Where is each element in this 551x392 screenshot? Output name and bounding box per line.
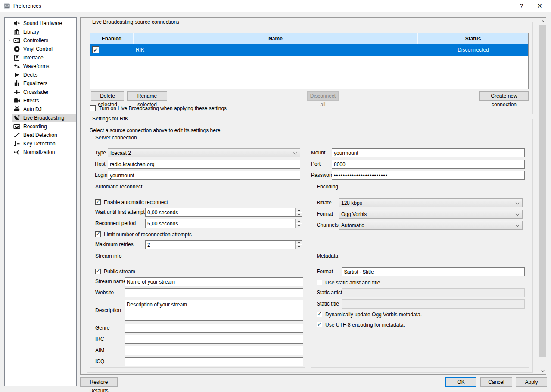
checkbox-box[interactable] xyxy=(317,280,322,285)
spin-up-icon[interactable] xyxy=(296,241,302,244)
scroll-down-icon[interactable] xyxy=(539,367,546,374)
crossfader-icon xyxy=(13,89,20,96)
sidebar-item-library[interactable]: Library xyxy=(5,28,76,36)
row-status-cell[interactable]: Disconnected xyxy=(418,44,528,56)
apply-button[interactable]: Apply xyxy=(516,377,547,387)
stream-name-label: Stream name xyxy=(95,277,126,286)
group-title: Stream info xyxy=(93,253,123,259)
enable-automatic-reconnect-checkbox[interactable]: Enable automatic reconnect xyxy=(95,199,168,205)
auto-dj-icon xyxy=(13,106,20,113)
limit-reconnection-attempts-checkbox[interactable]: Limit number of reconnection attempts xyxy=(95,231,192,238)
delete-selected-button[interactable]: Delete selected xyxy=(91,91,124,101)
connection-row[interactable]: RfKDisconnected xyxy=(90,44,528,56)
genre-input[interactable] xyxy=(125,324,303,333)
static-artist-label: Static artist xyxy=(317,288,342,297)
header-name[interactable]: Name xyxy=(134,33,418,44)
sidebar-item-sound-hardware[interactable]: Sound Hardware xyxy=(5,19,76,28)
spin-up-icon[interactable] xyxy=(296,208,302,212)
sidebar-item-auto-dj[interactable]: Auto DJ xyxy=(5,105,76,114)
checkbox-box[interactable] xyxy=(95,231,101,237)
ok-button[interactable]: OK xyxy=(445,377,476,387)
row-name-cell[interactable]: RfK xyxy=(134,44,418,56)
use-static-artist-title-checkbox[interactable]: Use static artist and title. xyxy=(317,279,382,286)
sidebar-item-key-detection[interactable]: Key Detection xyxy=(5,139,76,148)
login-input[interactable] xyxy=(108,171,300,180)
branch-spacer xyxy=(5,79,12,88)
reconnect-period-spinbox[interactable] xyxy=(145,219,302,228)
group-title: Server connection xyxy=(93,135,139,141)
cancel-button[interactable]: Cancel xyxy=(480,377,512,387)
spin-down-icon[interactable] xyxy=(296,213,302,216)
utf8-metadata-checkbox[interactable]: Use UTF-8 encoding for metadata. xyxy=(317,321,405,328)
static-artist-input xyxy=(342,288,525,297)
sidebar-item-live-broadcasting[interactable]: Live Broadcasting xyxy=(5,114,76,122)
sidebar-item-beat-detection[interactable]: Beat Detection xyxy=(5,131,76,139)
spin-up-icon[interactable] xyxy=(296,219,302,223)
group-title: Settings for RfK xyxy=(90,116,130,122)
create-new-connection-button[interactable]: Create new connection xyxy=(479,91,529,101)
sidebar-item-label: Effects xyxy=(23,98,39,104)
header-enabled[interactable]: Enabled xyxy=(90,33,134,44)
public-stream-checkbox[interactable]: Public stream xyxy=(95,268,135,275)
format-combobox[interactable]: Ogg Vorbis xyxy=(339,210,523,219)
checkbox-box[interactable] xyxy=(90,105,96,111)
sidebar-item-effects[interactable]: Effects xyxy=(5,96,76,105)
expand-chevron-icon[interactable] xyxy=(5,36,12,45)
sidebar-item-label: Recording xyxy=(23,123,47,130)
checkbox-box[interactable] xyxy=(95,199,101,205)
rename-selected-button[interactable]: Rename selected xyxy=(127,91,167,101)
spin-input[interactable] xyxy=(146,208,295,216)
spin-down-icon[interactable] xyxy=(296,224,302,228)
sidebar-item-label: Interface xyxy=(23,55,44,61)
scrollbar-thumb[interactable] xyxy=(539,25,546,357)
checkbox-box[interactable] xyxy=(317,312,322,317)
sidebar-item-decks[interactable]: Decks xyxy=(5,71,76,79)
help-button[interactable]: ? xyxy=(512,0,531,12)
chevron-down-icon xyxy=(516,201,519,204)
branch-spacer xyxy=(5,148,12,157)
stream-name-input[interactable] xyxy=(125,277,303,286)
sidebar-item-recording[interactable]: Recording xyxy=(5,122,76,131)
sidebar-item-normalization[interactable]: Normalization xyxy=(5,148,76,157)
wait-first-attempt-spinbox[interactable] xyxy=(145,208,302,217)
spin-input[interactable] xyxy=(146,241,295,249)
sidebar-item-vinyl-control[interactable]: Vinyl Control xyxy=(5,45,76,53)
icq-input[interactable] xyxy=(125,357,303,366)
recording-icon xyxy=(13,123,20,130)
chevron-down-icon xyxy=(516,223,519,227)
sidebar-item-waveforms[interactable]: Waveforms xyxy=(5,62,76,71)
host-input[interactable] xyxy=(108,160,300,169)
restore-defaults-button[interactable]: Restore Defaults xyxy=(80,377,118,387)
maximum-retries-spinbox[interactable] xyxy=(145,240,302,249)
sidebar-item-equalizers[interactable]: Equalizers xyxy=(5,79,76,88)
sidebar-item-controllers[interactable]: Controllers xyxy=(5,36,76,45)
row-enabled-checkbox[interactable] xyxy=(92,46,99,53)
turn-on-broadcasting-checkbox[interactable]: Turn on Live Broadcasting when applying … xyxy=(90,105,227,111)
header-status[interactable]: Status xyxy=(418,33,528,44)
close-button[interactable]: ✕ xyxy=(530,0,549,12)
aim-input[interactable] xyxy=(125,346,303,355)
vertical-scrollbar[interactable] xyxy=(539,18,546,374)
sidebar-item-interface[interactable]: Interface xyxy=(5,53,76,62)
website-input[interactable] xyxy=(125,288,303,297)
chevron-down-icon xyxy=(293,151,297,154)
port-input[interactable] xyxy=(332,160,525,169)
checkbox-box[interactable] xyxy=(95,269,101,274)
type-combobox[interactable]: Icecast 2 xyxy=(108,148,300,157)
password-input[interactable] xyxy=(332,171,525,180)
spin-input[interactable] xyxy=(146,219,295,228)
spin-down-icon[interactable] xyxy=(296,245,302,249)
sidebar-item-crossfader[interactable]: Crossfader xyxy=(5,88,76,96)
scroll-up-icon[interactable] xyxy=(539,18,546,25)
sidebar-item-label: Vinyl Control xyxy=(23,46,53,52)
branch-spacer xyxy=(5,114,12,122)
metadata-format-input[interactable] xyxy=(342,267,525,276)
row-enabled-cell[interactable] xyxy=(90,44,134,56)
irc-input[interactable] xyxy=(125,335,303,344)
description-textarea[interactable]: Description of your stream xyxy=(125,300,303,321)
dynamic-ogg-metadata-checkbox[interactable]: Dynamically update Ogg Vorbis metadata. xyxy=(317,311,422,318)
bitrate-combobox[interactable]: 128 kbps xyxy=(339,198,523,207)
mount-input[interactable] xyxy=(332,148,525,157)
channels-combobox[interactable]: Automatic xyxy=(339,221,523,230)
checkbox-box[interactable] xyxy=(317,322,322,327)
